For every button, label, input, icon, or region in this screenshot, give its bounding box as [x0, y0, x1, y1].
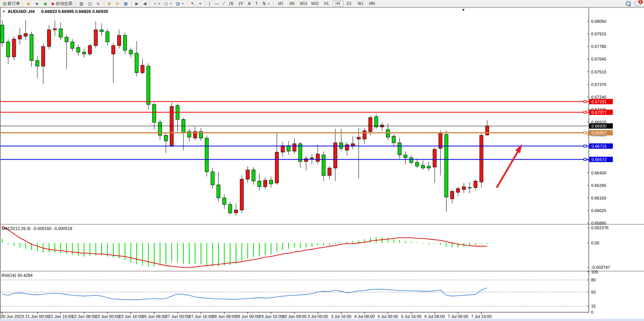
svg-text:0.67375: 0.67375	[591, 82, 606, 87]
svg-text:15: 15	[591, 304, 596, 308]
trendline-button[interactable]: ∕	[222, 0, 226, 7]
signals-icon[interactable]: ◉	[42, 0, 49, 7]
svg-text:-0.003747: -0.003747	[591, 265, 610, 270]
line-chart-icon: ∿	[96, 1, 100, 6]
cursor-button[interactable]: ↖	[190, 0, 197, 7]
rsi-pane: 1008050150	[0, 270, 598, 315]
macd-label: MACD(12,26,9)-0.000150-0.000518	[2, 226, 72, 231]
toolbar-separator	[76, 1, 77, 6]
notification-badge: 1	[638, 0, 643, 4]
community-icon[interactable]: ☻	[33, 0, 41, 7]
horizontal-line-button[interactable]: —	[213, 0, 221, 7]
svg-text:0.67645: 0.67645	[591, 57, 606, 61]
crosshair-button[interactable]: +	[198, 0, 204, 7]
indicators-icon: +	[154, 1, 156, 6]
time-axis[interactable]: 20 Jun 202321 Jun 00:0021 Jun 16:0022 Ju…	[1, 312, 492, 319]
timeframe-d1-button[interactable]: D1	[344, 1, 355, 6]
svg-text:23 Jun 16:00: 23 Jun 16:00	[119, 314, 143, 319]
svg-text:23 Jun 00:00: 23 Jun 00:00	[95, 314, 120, 319]
svg-text:3 Jul 00:00: 3 Jul 00:00	[308, 314, 328, 319]
timeframe-m5-button[interactable]: M5	[287, 1, 298, 6]
new-order-button[interactable]: ▤新订单	[1, 0, 21, 7]
svg-text:29 Jun 00:00: 29 Jun 00:00	[236, 314, 260, 319]
svg-text:21 Jun 16:00: 21 Jun 16:00	[49, 314, 73, 319]
svg-text:0.66430: 0.66430	[591, 171, 606, 175]
svg-text:7 Jul 16:00: 7 Jul 16:00	[471, 314, 492, 319]
text-label-button[interactable]: T	[254, 0, 260, 7]
svg-text:27 Jun 00:00: 27 Jun 00:00	[166, 314, 190, 319]
toolbar-separator	[150, 1, 151, 6]
svg-text:0.67510: 0.67510	[591, 70, 606, 74]
publisher-icon[interactable]: ◆	[25, 0, 32, 7]
svg-text:6 Jul 08:00: 6 Jul 08:00	[424, 314, 445, 319]
rsi-label: RSI(14)60.4284	[2, 273, 33, 278]
arrows-button[interactable]: ⇅▼	[261, 0, 271, 7]
timeframe-w1-button[interactable]: W1	[355, 1, 366, 6]
toolbar-separator	[104, 1, 105, 6]
candlestick-series	[1, 21, 489, 216]
svg-text:0.00: 0.00	[591, 241, 599, 245]
svg-text:0.66857: 0.66857	[591, 131, 607, 135]
signals-icon-icon: ◉	[43, 1, 47, 6]
indicators-button[interactable]: +▼	[152, 0, 162, 7]
auto-trading-button[interactable]: ▶自动交易	[50, 0, 74, 7]
symbol-dropdown-icon[interactable]: ▼	[2, 10, 5, 13]
chart-shift-marker[interactable]: ▼	[462, 8, 465, 12]
svg-text:0.67077: 0.67077	[591, 110, 607, 115]
fibonacci-icon: ƒE	[229, 1, 234, 6]
chart-window[interactable]: 0.680500.679150.677800.676450.675100.673…	[0, 7, 644, 321]
vertical-line-button[interactable]: |	[207, 0, 212, 7]
chart-shift-icon: ◀	[143, 1, 146, 6]
svg-text:0.67915: 0.67915	[591, 32, 606, 36]
timeframe-m15-button[interactable]: M15	[298, 1, 309, 6]
search-icon[interactable]	[626, 1, 631, 6]
svg-text:3 Jul 16:00: 3 Jul 16:00	[331, 314, 351, 319]
fibonacci-expansion-button[interactable]: ƒF	[237, 0, 245, 7]
auto-scroll-button[interactable]: ▶	[134, 0, 140, 7]
bar-chart-button[interactable]: ▥	[78, 0, 86, 7]
timeframe-h4-button[interactable]: H4	[333, 1, 343, 6]
chat-icon[interactable]: 1	[634, 1, 641, 6]
timeframe-m30-button[interactable]: M30	[310, 1, 320, 6]
svg-text:28 Jun 08:00: 28 Jun 08:00	[212, 314, 236, 319]
svg-text:0.65890: 0.65890	[591, 221, 606, 225]
svg-text:80: 80	[591, 278, 596, 282]
chevron-down-icon: ▼	[158, 2, 161, 5]
periods-icon: ◷	[164, 1, 168, 6]
timeframe-h1-button[interactable]: H1	[321, 1, 332, 6]
timeframe-mn-button[interactable]: MN	[367, 1, 378, 6]
macd-pane: 0.0023760.00-0.003747	[2, 225, 610, 270]
svg-text:0.66930: 0.66930	[591, 124, 607, 128]
timeframe-toolbar: M1M5M15M30H1H4D1W1MN	[275, 1, 378, 6]
svg-text:22 Jun 08:00: 22 Jun 08:00	[72, 314, 96, 319]
periods-button[interactable]: ◷▼	[163, 0, 174, 7]
crosshair-icon: +	[199, 1, 201, 6]
auto-trading-icon: ▶	[52, 1, 55, 6]
timeframe-m1-button[interactable]: M1	[276, 1, 286, 6]
new-order-icon: ▤	[3, 1, 6, 6]
svg-text:5 Jul 16:00: 5 Jul 16:00	[401, 314, 422, 319]
tile-windows-button[interactable]: ▦	[122, 0, 130, 7]
toolbar-separator	[187, 1, 188, 6]
community-icon-icon: ☻	[35, 1, 39, 6]
line-chart-button[interactable]: ∿	[95, 0, 102, 7]
candlestick-chart-button[interactable]: ◫	[86, 0, 94, 7]
trend-arrow-annotation[interactable]	[497, 144, 522, 188]
svg-text:0.66715: 0.66715	[591, 144, 607, 149]
auto-trading-button-label: 自动交易	[56, 1, 73, 6]
zoom-in-icon: ⊕	[108, 1, 111, 6]
templates-button[interactable]: ▧▼	[174, 0, 185, 7]
fibonacci-button[interactable]: ƒE	[227, 0, 236, 7]
zoom-in-button[interactable]: ⊕	[106, 0, 113, 7]
zoom-out-button[interactable]: ⊖	[114, 0, 121, 7]
price-chart[interactable]: 0.680500.679150.677800.676450.675100.673…	[0, 7, 644, 321]
vertical-line-icon: |	[209, 1, 210, 6]
candlestick-chart-icon: ◫	[88, 1, 92, 6]
chart-shift-button[interactable]: ◀	[142, 0, 148, 7]
auto-scroll-icon: ▶	[135, 1, 138, 6]
text-button[interactable]: A	[246, 0, 253, 7]
chart-title-symbol: AUDUSD-,H4	[8, 9, 35, 14]
svg-text:20 Jun 2023: 20 Jun 2023	[1, 314, 24, 319]
text-label-icon: T	[255, 1, 258, 6]
toolbar-separator	[23, 1, 24, 6]
